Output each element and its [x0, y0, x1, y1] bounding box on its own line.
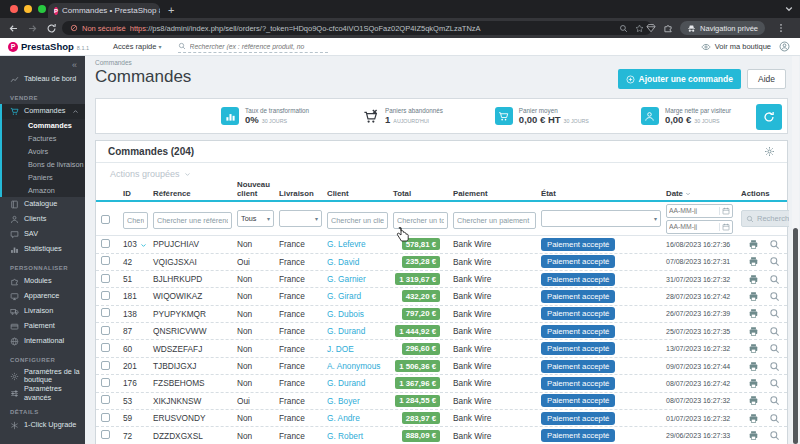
order-row[interactable]: 53 XIKJNKNSW Oui France G. Boyer 1 284,5… [96, 393, 787, 410]
row-checkbox[interactable] [101, 378, 110, 387]
sidebar-subitem[interactable]: Bons de livraison [2, 158, 85, 171]
column-header-client[interactable]: Client [322, 190, 388, 199]
magnifier-icon[interactable] [769, 343, 780, 354]
close-window-button[interactable] [10, 5, 18, 13]
printer-icon[interactable] [748, 256, 759, 267]
magnifier-icon[interactable] [769, 256, 780, 267]
sidebar-item-1-click-upgrade[interactable]: 1-Click Upgrade [0, 418, 85, 433]
total-badge[interactable]: 432,20 € [402, 290, 440, 302]
back-icon[interactable] [8, 23, 19, 34]
row-checkbox[interactable] [101, 274, 110, 283]
order-row[interactable]: 103 PPUJCHIAV Non France G. Lefevre 578,… [96, 236, 787, 253]
client-link[interactable]: G. David [322, 257, 388, 267]
total-badge[interactable]: 578,81 € [402, 238, 440, 250]
magnifier-icon[interactable] [769, 291, 780, 302]
sidebar-subitem[interactable]: Factures [2, 132, 85, 145]
total-badge[interactable]: 797,20 € [402, 308, 440, 320]
not-secure-icon[interactable] [70, 24, 78, 32]
printer-icon[interactable] [748, 326, 759, 337]
total-badge[interactable]: 1 319,67 € [395, 273, 440, 285]
quick-access-dropdown[interactable]: Accès rapide ▾ [113, 42, 161, 51]
order-row[interactable]: 72 DZZDXGXSL Non France G. Robert 888,09… [96, 427, 787, 444]
printer-icon[interactable] [748, 413, 759, 424]
sidebar-item-apparence[interactable]: Apparence [0, 289, 85, 304]
total-badge[interactable]: 1 506,36 € [395, 360, 440, 372]
filter-reference-input[interactable] [153, 212, 232, 229]
sidebar-collapse-button[interactable]: « [72, 60, 77, 70]
printer-icon[interactable] [748, 274, 759, 285]
order-row[interactable]: 59 ERUSVONDY Non France G. Andre 283,97 … [96, 410, 787, 427]
order-row[interactable]: 201 TJBDIJGXJ Non France A. Anonymous 1 … [96, 358, 787, 375]
filter-status-select[interactable]: ▾ [541, 210, 661, 227]
row-checkbox[interactable] [101, 239, 110, 248]
sidebar-item-international[interactable]: International [0, 334, 85, 349]
sidebar-item-modules[interactable]: Modules [0, 274, 85, 289]
sidebar-item-sav[interactable]: SAV [0, 227, 85, 242]
date-from-input[interactable] [667, 207, 719, 214]
magnifier-icon[interactable] [769, 430, 780, 441]
sidebar-subitem[interactable]: Paniers [2, 171, 85, 184]
column-header-livraison[interactable]: Livraison [274, 190, 322, 199]
total-badge[interactable]: 888,09 € [402, 430, 440, 442]
column-header-total[interactable]: Total [388, 190, 448, 199]
add-order-button[interactable]: Ajouter une commande [618, 69, 741, 89]
forward-icon[interactable] [27, 23, 38, 34]
minimize-window-button[interactable] [24, 5, 32, 13]
reload-icon[interactable] [46, 23, 57, 34]
printer-icon[interactable] [748, 308, 759, 319]
magnifier-icon[interactable] [769, 308, 780, 319]
sidebar-subitem[interactable]: Commandes [2, 119, 85, 132]
sidebar-item-livraison[interactable]: Livraison [0, 304, 85, 319]
filter-new-client-select[interactable]: Tous▾ [237, 210, 274, 227]
magnifier-icon[interactable] [769, 239, 780, 250]
client-link[interactable]: G. Girard [322, 291, 388, 301]
total-badge[interactable]: 1 444,92 € [395, 325, 440, 337]
printer-icon[interactable] [748, 378, 759, 389]
order-row[interactable]: 60 WDSZEFAFJ Non France J. DOE 296,60 € … [96, 340, 787, 357]
grid-settings-gear-icon[interactable] [764, 146, 775, 157]
total-badge[interactable]: 235,28 € [402, 256, 440, 268]
order-row[interactable]: 138 PYUPYKMQR Non France G. Dubois 797,2… [96, 306, 787, 323]
row-checkbox[interactable] [101, 361, 110, 370]
row-checkbox[interactable] [101, 413, 110, 422]
profile-avatar-icon[interactable] [779, 41, 790, 52]
column-header-r-f-rence[interactable]: Référence [148, 190, 232, 199]
new-tab-button[interactable]: + [168, 4, 174, 16]
bulk-actions-dropdown[interactable]: Actions groupées [96, 163, 787, 181]
sidebar-item-tableau-de-bord[interactable]: Tableau de bord [0, 72, 85, 87]
row-checkbox[interactable] [101, 256, 110, 265]
total-badge[interactable]: 283,97 € [402, 412, 440, 424]
client-link[interactable]: J. DOE [322, 344, 388, 354]
row-checkbox[interactable] [101, 343, 110, 352]
printer-icon[interactable] [748, 395, 759, 406]
refresh-kpi-button[interactable] [756, 104, 782, 130]
macos-traffic-lights[interactable] [10, 5, 46, 13]
not-secure-label[interactable]: Non sécurisé [82, 24, 126, 33]
order-row[interactable]: 181 WIQOWIKAZ Non France G. Girard 432,2… [96, 288, 787, 305]
filter-id-input[interactable] [123, 212, 148, 229]
select-all-checkbox[interactable] [101, 215, 110, 224]
row-checkbox[interactable] [101, 308, 110, 317]
chevron-down-icon[interactable] [784, 4, 794, 14]
magnifier-icon[interactable] [769, 274, 780, 285]
sidebar-item-statistiques[interactable]: Statistiques [0, 242, 85, 257]
column-header-actions[interactable]: Actions [736, 190, 789, 199]
filter-date-to[interactable] [666, 220, 733, 234]
total-badge[interactable]: 296,60 € [402, 343, 440, 355]
bookmark-star-icon[interactable] [635, 24, 644, 33]
prestashop-logo[interactable]: P PrestaShop 8.1.1 [8, 41, 89, 52]
filter-client-input[interactable] [327, 212, 388, 229]
column-header-nouveau-client[interactable]: Nouveau client [232, 181, 274, 198]
row-checkbox[interactable] [101, 291, 110, 300]
row-checkbox[interactable] [101, 326, 110, 335]
row-checkbox[interactable] [101, 395, 110, 404]
expand-row-icon[interactable] [140, 242, 147, 249]
sidebar-item-param-tres-avanc-s[interactable]: Paramètres avancés [0, 386, 85, 401]
browser-tab[interactable]: P Commandes • PrestaShop 8 × [48, 3, 160, 18]
column-header-id[interactable]: ID [118, 190, 148, 199]
filter-date-from[interactable] [666, 204, 733, 218]
client-link[interactable]: G. Lefevre [322, 239, 388, 249]
filter-total-input[interactable] [393, 212, 448, 229]
date-to-input[interactable] [667, 223, 719, 230]
client-link[interactable]: G. Durand [322, 378, 388, 388]
